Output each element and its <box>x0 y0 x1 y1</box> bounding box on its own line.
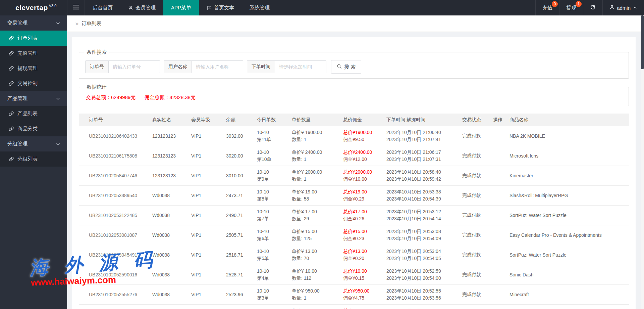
nav-item-system[interactable]: 系统管理 <box>242 0 277 15</box>
stats-fieldset: 数据统计 交易总额：6249989元 佣金总额：42328.38元 <box>79 84 629 106</box>
cell-total-commission: 总价¥13.00 佣金¥0.20 <box>343 248 386 262</box>
sidebar-item-withdraw-mgmt[interactable]: 提现管理 <box>0 61 67 76</box>
admin-menu[interactable]: admin <box>602 0 644 15</box>
cell-product-name: Sonic Dash <box>509 272 629 277</box>
cell-balance: 2505.71 <box>226 232 257 238</box>
table-row: UB2310102052590016 Wd0038 VIP1 2528.71 1… <box>79 265 629 285</box>
recharge-button[interactable]: 充值 0 <box>535 0 559 15</box>
sidebar-item-group-list[interactable]: 分组列表 <box>0 151 67 167</box>
cell-today-orders: 10-10 第4单 <box>257 268 292 282</box>
brand-version: V3.0 <box>49 4 57 8</box>
cell-product-name: SortPuz: Water Sort Puzzle <box>509 252 629 258</box>
cell-real-name: 123123123 <box>152 153 191 159</box>
cell-member-level: VIP1 <box>191 292 226 297</box>
link-icon <box>9 66 14 71</box>
search-legend: 条件搜索 <box>84 49 109 55</box>
table-row: UB2310102106175808 123123123 VIP1 3020.0… <box>79 146 629 166</box>
link-icon <box>9 111 14 116</box>
cell-unit-price-qty: 单价¥ 10.00 数量: 112 <box>292 268 343 282</box>
cell-today-orders: 10-10 第5单 <box>257 248 292 262</box>
withdraw-button[interactable]: 提现 1 <box>559 0 583 15</box>
header-order-unfreeze-time: 下单时间 解冻时间 <box>386 117 462 123</box>
cell-product-name: Microsoft lens <box>509 153 629 159</box>
cell-order-no: UB2310102053081087 <box>79 232 152 238</box>
cell-product-name: Easy Calendar Pro - Events & Appointment… <box>509 232 629 238</box>
sidebar-item-product-list[interactable]: 产品列表 <box>0 106 67 121</box>
nav-item-members[interactable]: 会员管理 <box>120 0 163 15</box>
chevron-down-icon <box>56 21 60 26</box>
cell-total-commission: 总价¥19.00 佣金¥0.29 <box>343 188 386 203</box>
cell-today-orders: 10-10 第2单 <box>257 307 292 309</box>
table-header: 订单号 真实姓名 会员等级 余额 今日单数 单价数量 总价佣金 下单时间 解冻时… <box>79 114 629 126</box>
header-real-name: 真实姓名 <box>152 117 191 123</box>
nav-item-home-text[interactable]: 首页文本 <box>199 0 242 15</box>
table-row: UB2310102053389540 Wd0038 VIP1 2473.71 1… <box>79 186 629 206</box>
scrollbar-thumb[interactable] <box>641 15 644 69</box>
cell-real-name: Wd0038 <box>152 252 191 258</box>
cell-today-orders: 10-10 第8单 <box>257 188 292 203</box>
table-row: UB2310102053081087 Wd0038 VIP1 2505.71 1… <box>79 225 629 245</box>
refresh-icon <box>590 4 596 11</box>
username-input[interactable] <box>192 61 243 73</box>
cell-trade-status: 完成付款 <box>462 153 493 159</box>
cell-unit-price-qty: 单价¥ 13.00 数量: 70 <box>292 248 343 262</box>
cell-trade-status: 完成付款 <box>462 252 493 258</box>
commission-total-text: 佣金总额：42328.38元 <box>145 94 196 100</box>
sidebar-group-grouping[interactable]: 分组管理 <box>0 136 67 151</box>
order-no-input[interactable] <box>109 61 160 73</box>
table-row: UB2310102053122485 Wd0038 VIP1 2490.71 1… <box>79 206 629 225</box>
cell-order-no: UB2310102106402433 <box>79 133 152 139</box>
cell-order-no: UB2310102052555276 <box>79 292 152 297</box>
cell-member-level: VIP1 <box>191 153 226 159</box>
refresh-button[interactable] <box>583 0 602 15</box>
cell-trade-status: 完成付款 <box>462 292 493 298</box>
order-time-input[interactable] <box>275 61 326 73</box>
sidebar-item-trade-control[interactable]: 交易控制 <box>0 76 67 91</box>
cell-order-unfreeze-time: 2023年10月10日 20:52:50 2023年10月10日 20:53:5… <box>386 307 462 309</box>
cell-trade-status: 完成付款 <box>462 133 493 139</box>
top-nav: clevertap V3.0 后台首页 会员管理 APP菜单 首页文本 系统管理… <box>0 0 644 15</box>
table-row: UB2310102052555276 Wd0038 VIP1 2523.96 1… <box>79 285 629 305</box>
nav-item-app-menu[interactable]: APP菜单 <box>163 0 199 15</box>
cell-product-name: Kinemaster <box>509 173 629 178</box>
cell-member-level: VIP1 <box>191 232 226 238</box>
order-no-field-group: 订单号 <box>85 60 160 73</box>
header-balance: 余额 <box>226 117 257 123</box>
cell-total-commission: 总价¥10.00 佣金¥0.15 <box>343 268 386 282</box>
cell-real-name: Wd0038 <box>152 272 191 277</box>
cell-real-name: Wd0038 <box>152 213 191 218</box>
main-area: » 订单列表 条件搜索 订单号 用户名称 下单时间 <box>67 15 641 309</box>
cell-product-name: NBA 2K MOBILE <box>509 133 629 139</box>
vertical-scrollbar[interactable] <box>641 15 644 309</box>
cell-total-commission: 总价¥2000.00 佣金¥10.00 <box>343 169 386 183</box>
table-row: UB2310102052506800 Wd0038 VIP1 2517.96 1… <box>79 305 629 309</box>
sidebar-group-trade[interactable]: 交易管理 <box>0 15 67 31</box>
cell-today-orders: 10-10 第11单 <box>257 129 292 143</box>
cell-unit-price-qty: 单价¥ 17.00 数量: 29 <box>292 208 343 222</box>
cell-real-name: Wd0038 <box>152 292 191 297</box>
username-label: 用户名称 <box>164 61 192 73</box>
cell-product-name: SortPuz: Water Sort Puzzle <box>509 213 629 218</box>
sidebar-item-goods-category[interactable]: 商品分类 <box>0 121 67 136</box>
cell-order-no: UB2310102052590016 <box>79 272 152 277</box>
header-member-level: 会员等级 <box>191 117 226 123</box>
cell-today-orders: 10-10 第3单 <box>257 288 292 302</box>
link-icon <box>9 81 14 86</box>
total-amount-text: 交易总额：6249989元 <box>86 94 136 100</box>
cell-today-orders: 10-10 第9单 <box>257 169 292 183</box>
cell-unit-price-qty: 单价¥ 2400.00 数量: 1 <box>292 149 343 163</box>
sidebar-group-product[interactable]: 产品管理 <box>0 91 67 106</box>
order-list-card: 条件搜索 订单号 用户名称 下单时间 <box>72 37 636 309</box>
breadcrumb-arrow-icon: » <box>75 20 79 27</box>
nav-item-home[interactable]: 后台首页 <box>85 0 120 15</box>
sidebar-item-recharge-mgmt[interactable]: 充值管理 <box>0 46 67 61</box>
link-icon <box>9 36 14 41</box>
cell-order-no: UB2310102053122485 <box>79 213 152 218</box>
link-icon <box>9 126 14 131</box>
chevron-down-icon <box>56 96 60 101</box>
search-button[interactable]: 搜 索 <box>331 60 361 74</box>
sidebar-item-order-list[interactable]: 订单列表 <box>0 31 67 46</box>
header-actions: 操作 <box>493 117 509 123</box>
cell-today-orders: 10-10 第6单 <box>257 228 292 242</box>
sidebar-toggle-button[interactable] <box>67 0 85 15</box>
